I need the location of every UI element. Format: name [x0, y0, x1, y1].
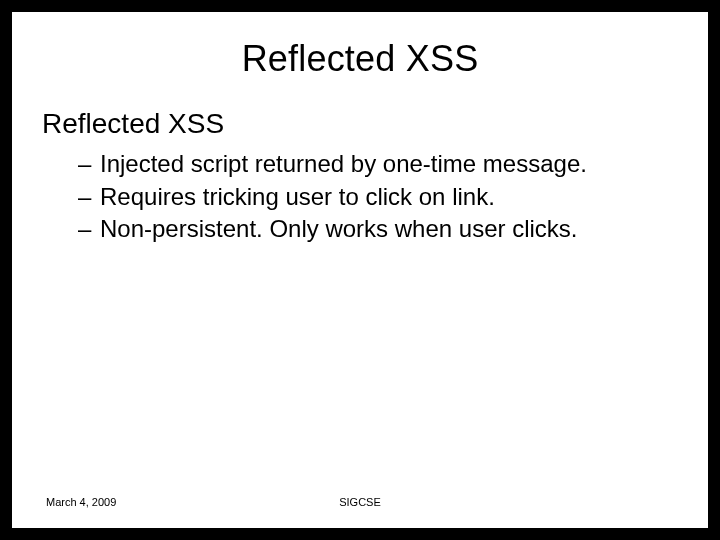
slide-subtitle: Reflected XSS [42, 108, 708, 140]
list-item: Requires tricking user to click on link. [78, 181, 708, 214]
slide: Reflected XSS Reflected XSS Injected scr… [0, 0, 720, 540]
slide-title: Reflected XSS [12, 38, 708, 80]
list-item: Non-persistent. Only works when user cli… [78, 213, 708, 246]
footer-date: March 4, 2009 [46, 496, 116, 508]
list-item: Injected script returned by one-time mes… [78, 148, 708, 181]
bullet-list: Injected script returned by one-time mes… [78, 148, 708, 246]
slide-footer: March 4, 2009 SIGCSE [12, 496, 708, 508]
footer-venue: SIGCSE [339, 496, 381, 508]
